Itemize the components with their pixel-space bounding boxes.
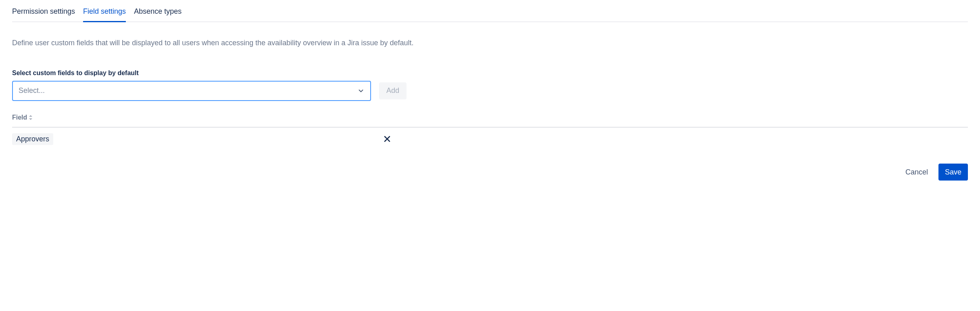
chevron-down-icon [357,87,365,95]
tab-permission-settings[interactable]: Permission settings [12,7,75,22]
custom-fields-label: Select custom fields to display by defau… [12,69,968,77]
select-placeholder-text: Select... [19,86,45,95]
tab-field-settings[interactable]: Field settings [83,7,126,22]
field-chip: Approvers [12,133,53,145]
settings-tabs: Permission settings Field settings Absen… [12,0,968,22]
add-button[interactable]: Add [379,82,407,99]
table-row: Approvers [12,128,391,151]
custom-fields-select[interactable]: Select... [12,81,371,101]
sort-icon [29,115,33,120]
table-header-label: Field [12,114,27,121]
page-description: Define user custom fields that will be d… [12,38,968,48]
remove-row-icon[interactable] [384,136,390,142]
tab-absence-types[interactable]: Absence types [134,7,181,22]
table-header-field[interactable]: Field [12,114,968,128]
